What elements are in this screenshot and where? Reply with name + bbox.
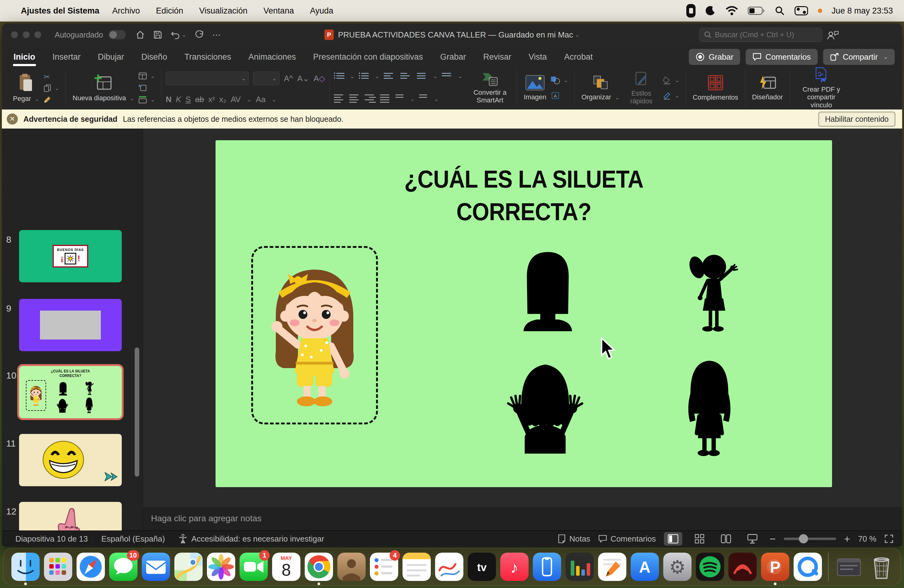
dropdown-chevron-icon[interactable]: ⌄ bbox=[247, 96, 251, 103]
align-center-button[interactable] bbox=[349, 94, 360, 104]
dock-quicktime-icon[interactable] bbox=[793, 552, 822, 582]
section-icon[interactable]: ⌄ bbox=[139, 96, 155, 103]
line-spacing-button[interactable]: ⌄ bbox=[417, 72, 438, 81]
dock-contacts-icon[interactable] bbox=[337, 552, 366, 582]
zoom-out-button[interactable]: − bbox=[770, 533, 776, 545]
justify-button[interactable] bbox=[380, 94, 391, 104]
title-chevron-icon[interactable]: ⌄ bbox=[575, 32, 580, 38]
dock-spotify-icon[interactable] bbox=[695, 552, 725, 582]
reset-slide-icon[interactable] bbox=[139, 84, 155, 91]
more-commands-icon[interactable]: ⋯ bbox=[212, 30, 221, 40]
dock-freeform-icon[interactable] bbox=[435, 552, 464, 582]
comments-toggle-button[interactable]: Comentarios bbox=[598, 534, 656, 544]
save-icon[interactable] bbox=[153, 30, 162, 39]
slide-thumbnail-10[interactable]: ¿CUÁL ES LA SILUETACORRECTA? bbox=[19, 366, 122, 418]
zoom-slider-knob[interactable] bbox=[799, 534, 808, 544]
character-spacing-button[interactable]: AV bbox=[231, 95, 241, 104]
dock-notes-icon[interactable] bbox=[402, 552, 431, 582]
autosave-toggle[interactable] bbox=[109, 30, 126, 40]
quick-styles-button[interactable]: Estilos rápidos bbox=[622, 71, 661, 105]
shrink-font-button[interactable]: A⌄ bbox=[297, 74, 309, 83]
subscript-button[interactable]: x₂ bbox=[219, 95, 226, 104]
create-pdf-button[interactable]: Crear PDF y compartir vínculo bbox=[794, 67, 848, 109]
dock-photos-icon[interactable] bbox=[206, 552, 236, 582]
thumbnail-scrollbar[interactable] bbox=[135, 348, 139, 477]
close-window-button[interactable] bbox=[11, 32, 18, 38]
font-name-select[interactable]: ⌄ bbox=[166, 72, 249, 85]
slide-title[interactable]: ¿CUÁL ES LA SILUETA CORRECTA? bbox=[246, 163, 801, 228]
focus-moon-icon[interactable] bbox=[705, 6, 716, 16]
align-left-button[interactable] bbox=[334, 94, 345, 104]
enable-content-button[interactable]: Habilitar contenido bbox=[818, 112, 895, 127]
wifi-icon[interactable] bbox=[725, 6, 738, 15]
dock-apple-tv-icon[interactable]: tv bbox=[467, 552, 496, 582]
home-icon[interactable] bbox=[136, 30, 145, 40]
decrease-indent-button[interactable] bbox=[384, 72, 396, 81]
normal-view-button[interactable] bbox=[664, 532, 682, 545]
dock-maps-icon[interactable] bbox=[174, 552, 203, 582]
addins-button[interactable]: Complementos bbox=[690, 74, 741, 101]
align-text-vertical-button[interactable]: ⌄ bbox=[419, 94, 438, 104]
columns-button[interactable]: ⌄ bbox=[442, 72, 463, 81]
menu-item-edicion[interactable]: Edición bbox=[148, 6, 191, 16]
share-presence-icon[interactable] bbox=[827, 30, 839, 41]
accessibility-status[interactable]: ! Accesibilidad: es necesario investigar bbox=[179, 534, 324, 544]
dock-minimized-window-icon[interactable] bbox=[834, 552, 864, 582]
superscript-button[interactable]: x² bbox=[208, 95, 215, 104]
dock-music-icon[interactable]: ♪ bbox=[499, 552, 529, 582]
tab-transiciones[interactable]: Transiciones bbox=[184, 51, 232, 64]
cut-icon[interactable]: ✂ bbox=[44, 73, 59, 81]
bullets-button[interactable]: ⌄ bbox=[334, 72, 354, 81]
slide-thumbnail-8[interactable]: BUENOS DÍAS ¡ ! bbox=[19, 230, 122, 282]
copy-icon[interactable]: ⌄ bbox=[44, 84, 59, 92]
dock-app-store-icon[interactable]: A bbox=[630, 552, 659, 582]
menu-item-ventana[interactable]: Ventana bbox=[256, 6, 302, 16]
tab-insertar[interactable]: Insertar bbox=[52, 51, 82, 64]
dock-system-settings-icon[interactable]: ⚙ bbox=[663, 552, 692, 582]
shape-outline-icon[interactable]: ⌄ bbox=[663, 92, 680, 100]
format-painter-icon[interactable] bbox=[44, 95, 59, 103]
arrange-button[interactable]: Organizar ⌄ bbox=[579, 75, 622, 101]
tab-inicio[interactable]: Inicio bbox=[13, 51, 36, 64]
strikethrough-button[interactable]: ab bbox=[195, 95, 204, 104]
grow-font-button[interactable]: A^ bbox=[284, 74, 293, 83]
silhouette-option-hands-up[interactable] bbox=[499, 354, 591, 454]
tab-diseno[interactable]: Diseño bbox=[141, 51, 168, 64]
dock-chart-app-icon[interactable] bbox=[565, 552, 594, 582]
designer-button[interactable]: Diseñador bbox=[750, 75, 785, 101]
shapes-icon[interactable]: ⌄ bbox=[551, 76, 568, 84]
text-direction-button[interactable]: ⌄ bbox=[395, 94, 415, 104]
dock-iphone-mirroring-icon[interactable] bbox=[532, 552, 562, 582]
slide-thumbnail-12[interactable] bbox=[19, 502, 122, 531]
tab-vista[interactable]: Vista bbox=[528, 51, 548, 64]
slideshow-view-button[interactable] bbox=[743, 532, 762, 545]
security-close-icon[interactable]: ✕ bbox=[7, 114, 18, 125]
dock-calendar-icon[interactable]: MAY8 bbox=[272, 552, 301, 582]
dock-launchpad-icon[interactable] bbox=[43, 552, 73, 582]
zoom-window-button[interactable] bbox=[35, 32, 41, 38]
zoom-slider[interactable] bbox=[784, 537, 836, 540]
dock-acrobat-icon[interactable] bbox=[728, 552, 757, 582]
dock-safari-icon[interactable] bbox=[76, 552, 106, 582]
tab-dibujar[interactable]: Dibujar bbox=[97, 51, 125, 64]
slide-thumbnail-11[interactable] bbox=[19, 434, 122, 486]
insert-image-button[interactable]: Imagen bbox=[521, 75, 548, 101]
dock-trash-icon[interactable] bbox=[867, 552, 896, 582]
language-label[interactable]: Español (España) bbox=[101, 534, 165, 544]
font-size-select[interactable]: ⌄ bbox=[253, 72, 280, 85]
clear-formatting-button[interactable]: A◇ bbox=[314, 74, 325, 83]
smartart-button[interactable]: Convertir a SmartArt bbox=[467, 72, 512, 104]
menu-item-visualizacion[interactable]: Visualización bbox=[191, 6, 256, 16]
menu-item-ayuda[interactable]: Ayuda bbox=[302, 6, 341, 16]
slide-sorter-view-button[interactable] bbox=[690, 532, 709, 545]
menu-app-name[interactable]: Ajustes del Sistema bbox=[21, 6, 99, 16]
slide-10[interactable]: ¿CUÁL ES LA SILUETA CORRECTA? bbox=[215, 140, 832, 487]
notes-pane[interactable]: Haga clic para agregar notas bbox=[143, 506, 902, 531]
dock-finder-icon[interactable] bbox=[11, 552, 40, 582]
paste-button[interactable]: Pegar ⌄ bbox=[11, 73, 42, 103]
dock-chrome-icon[interactable] bbox=[304, 552, 333, 582]
slide-layout-icon[interactable]: ⌄ bbox=[139, 73, 155, 79]
bold-button[interactable]: N bbox=[166, 95, 172, 104]
comments-button[interactable]: Comentarios bbox=[746, 49, 817, 65]
tab-acrobat[interactable]: Acrobat bbox=[564, 51, 593, 64]
